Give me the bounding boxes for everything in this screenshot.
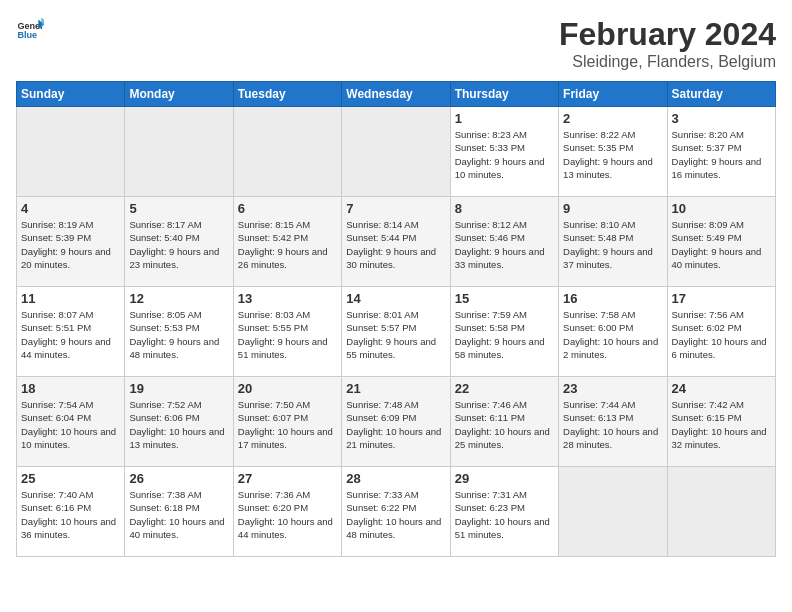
weekday-header-tuesday: Tuesday — [233, 82, 341, 107]
calendar-cell: 11Sunrise: 8:07 AMSunset: 5:51 PMDayligh… — [17, 287, 125, 377]
day-number: 2 — [563, 111, 662, 126]
day-number: 5 — [129, 201, 228, 216]
calendar-cell — [559, 467, 667, 557]
day-number: 11 — [21, 291, 120, 306]
week-row-4: 18Sunrise: 7:54 AMSunset: 6:04 PMDayligh… — [17, 377, 776, 467]
calendar-cell: 7Sunrise: 8:14 AMSunset: 5:44 PMDaylight… — [342, 197, 450, 287]
day-info: Sunrise: 8:03 AMSunset: 5:55 PMDaylight:… — [238, 308, 337, 361]
day-info: Sunrise: 8:12 AMSunset: 5:46 PMDaylight:… — [455, 218, 554, 271]
calendar-cell: 15Sunrise: 7:59 AMSunset: 5:58 PMDayligh… — [450, 287, 558, 377]
calendar-cell: 14Sunrise: 8:01 AMSunset: 5:57 PMDayligh… — [342, 287, 450, 377]
calendar-cell: 24Sunrise: 7:42 AMSunset: 6:15 PMDayligh… — [667, 377, 775, 467]
day-info: Sunrise: 8:22 AMSunset: 5:35 PMDaylight:… — [563, 128, 662, 181]
calendar-cell: 19Sunrise: 7:52 AMSunset: 6:06 PMDayligh… — [125, 377, 233, 467]
day-number: 25 — [21, 471, 120, 486]
day-number: 1 — [455, 111, 554, 126]
day-info: Sunrise: 8:07 AMSunset: 5:51 PMDaylight:… — [21, 308, 120, 361]
day-info: Sunrise: 7:46 AMSunset: 6:11 PMDaylight:… — [455, 398, 554, 451]
day-info: Sunrise: 7:54 AMSunset: 6:04 PMDaylight:… — [21, 398, 120, 451]
calendar-cell: 5Sunrise: 8:17 AMSunset: 5:40 PMDaylight… — [125, 197, 233, 287]
day-number: 12 — [129, 291, 228, 306]
day-info: Sunrise: 8:19 AMSunset: 5:39 PMDaylight:… — [21, 218, 120, 271]
calendar-cell — [125, 107, 233, 197]
day-number: 8 — [455, 201, 554, 216]
day-number: 23 — [563, 381, 662, 396]
weekday-header-row: SundayMondayTuesdayWednesdayThursdayFrid… — [17, 82, 776, 107]
calendar-cell — [17, 107, 125, 197]
day-info: Sunrise: 8:23 AMSunset: 5:33 PMDaylight:… — [455, 128, 554, 181]
calendar-cell: 22Sunrise: 7:46 AMSunset: 6:11 PMDayligh… — [450, 377, 558, 467]
logo-icon: General Blue — [16, 16, 44, 44]
day-info: Sunrise: 8:05 AMSunset: 5:53 PMDaylight:… — [129, 308, 228, 361]
day-info: Sunrise: 8:15 AMSunset: 5:42 PMDaylight:… — [238, 218, 337, 271]
calendar-cell: 25Sunrise: 7:40 AMSunset: 6:16 PMDayligh… — [17, 467, 125, 557]
weekday-header-saturday: Saturday — [667, 82, 775, 107]
day-info: Sunrise: 7:42 AMSunset: 6:15 PMDaylight:… — [672, 398, 771, 451]
calendar-cell: 3Sunrise: 8:20 AMSunset: 5:37 PMDaylight… — [667, 107, 775, 197]
calendar-cell: 6Sunrise: 8:15 AMSunset: 5:42 PMDaylight… — [233, 197, 341, 287]
day-info: Sunrise: 7:40 AMSunset: 6:16 PMDaylight:… — [21, 488, 120, 541]
day-info: Sunrise: 8:20 AMSunset: 5:37 PMDaylight:… — [672, 128, 771, 181]
day-number: 26 — [129, 471, 228, 486]
day-info: Sunrise: 7:38 AMSunset: 6:18 PMDaylight:… — [129, 488, 228, 541]
calendar-cell: 4Sunrise: 8:19 AMSunset: 5:39 PMDaylight… — [17, 197, 125, 287]
month-title: February 2024 — [559, 16, 776, 53]
weekday-header-friday: Friday — [559, 82, 667, 107]
calendar-cell: 28Sunrise: 7:33 AMSunset: 6:22 PMDayligh… — [342, 467, 450, 557]
day-number: 15 — [455, 291, 554, 306]
title-area: February 2024 Sleidinge, Flanders, Belgi… — [559, 16, 776, 71]
calendar-cell: 16Sunrise: 7:58 AMSunset: 6:00 PMDayligh… — [559, 287, 667, 377]
day-info: Sunrise: 7:48 AMSunset: 6:09 PMDaylight:… — [346, 398, 445, 451]
weekday-header-sunday: Sunday — [17, 82, 125, 107]
subtitle: Sleidinge, Flanders, Belgium — [559, 53, 776, 71]
day-info: Sunrise: 8:14 AMSunset: 5:44 PMDaylight:… — [346, 218, 445, 271]
day-number: 4 — [21, 201, 120, 216]
calendar-cell: 21Sunrise: 7:48 AMSunset: 6:09 PMDayligh… — [342, 377, 450, 467]
week-row-1: 1Sunrise: 8:23 AMSunset: 5:33 PMDaylight… — [17, 107, 776, 197]
day-number: 19 — [129, 381, 228, 396]
day-number: 21 — [346, 381, 445, 396]
week-row-2: 4Sunrise: 8:19 AMSunset: 5:39 PMDaylight… — [17, 197, 776, 287]
calendar-cell: 8Sunrise: 8:12 AMSunset: 5:46 PMDaylight… — [450, 197, 558, 287]
day-number: 3 — [672, 111, 771, 126]
weekday-header-wednesday: Wednesday — [342, 82, 450, 107]
day-number: 17 — [672, 291, 771, 306]
day-info: Sunrise: 7:58 AMSunset: 6:00 PMDaylight:… — [563, 308, 662, 361]
day-info: Sunrise: 7:36 AMSunset: 6:20 PMDaylight:… — [238, 488, 337, 541]
day-info: Sunrise: 7:50 AMSunset: 6:07 PMDaylight:… — [238, 398, 337, 451]
day-info: Sunrise: 7:52 AMSunset: 6:06 PMDaylight:… — [129, 398, 228, 451]
calendar-cell: 10Sunrise: 8:09 AMSunset: 5:49 PMDayligh… — [667, 197, 775, 287]
day-info: Sunrise: 7:31 AMSunset: 6:23 PMDaylight:… — [455, 488, 554, 541]
calendar-cell: 20Sunrise: 7:50 AMSunset: 6:07 PMDayligh… — [233, 377, 341, 467]
calendar-cell — [233, 107, 341, 197]
weekday-header-monday: Monday — [125, 82, 233, 107]
day-info: Sunrise: 8:10 AMSunset: 5:48 PMDaylight:… — [563, 218, 662, 271]
day-number: 22 — [455, 381, 554, 396]
calendar-cell: 9Sunrise: 8:10 AMSunset: 5:48 PMDaylight… — [559, 197, 667, 287]
day-number: 20 — [238, 381, 337, 396]
day-info: Sunrise: 7:44 AMSunset: 6:13 PMDaylight:… — [563, 398, 662, 451]
day-number: 27 — [238, 471, 337, 486]
day-info: Sunrise: 7:59 AMSunset: 5:58 PMDaylight:… — [455, 308, 554, 361]
day-number: 14 — [346, 291, 445, 306]
calendar-table: SundayMondayTuesdayWednesdayThursdayFrid… — [16, 81, 776, 557]
day-number: 9 — [563, 201, 662, 216]
day-number: 28 — [346, 471, 445, 486]
page-header: General Blue February 2024 Sleidinge, Fl… — [16, 16, 776, 71]
calendar-cell: 1Sunrise: 8:23 AMSunset: 5:33 PMDaylight… — [450, 107, 558, 197]
day-number: 13 — [238, 291, 337, 306]
week-row-3: 11Sunrise: 8:07 AMSunset: 5:51 PMDayligh… — [17, 287, 776, 377]
week-row-5: 25Sunrise: 7:40 AMSunset: 6:16 PMDayligh… — [17, 467, 776, 557]
day-info: Sunrise: 8:17 AMSunset: 5:40 PMDaylight:… — [129, 218, 228, 271]
calendar-cell: 2Sunrise: 8:22 AMSunset: 5:35 PMDaylight… — [559, 107, 667, 197]
svg-text:Blue: Blue — [17, 30, 37, 40]
calendar-cell: 29Sunrise: 7:31 AMSunset: 6:23 PMDayligh… — [450, 467, 558, 557]
calendar-cell — [342, 107, 450, 197]
day-number: 6 — [238, 201, 337, 216]
day-info: Sunrise: 8:01 AMSunset: 5:57 PMDaylight:… — [346, 308, 445, 361]
calendar-cell: 12Sunrise: 8:05 AMSunset: 5:53 PMDayligh… — [125, 287, 233, 377]
calendar-cell: 13Sunrise: 8:03 AMSunset: 5:55 PMDayligh… — [233, 287, 341, 377]
day-info: Sunrise: 8:09 AMSunset: 5:49 PMDaylight:… — [672, 218, 771, 271]
day-number: 24 — [672, 381, 771, 396]
day-info: Sunrise: 7:56 AMSunset: 6:02 PMDaylight:… — [672, 308, 771, 361]
